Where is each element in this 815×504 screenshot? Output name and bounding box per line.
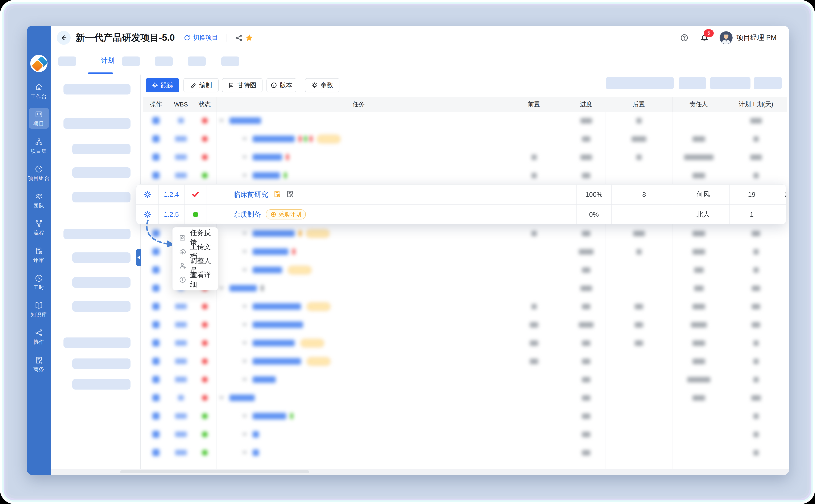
switch-project-button[interactable]: 切换项目 [184, 33, 218, 42]
tab-placeholder[interactable] [122, 56, 140, 66]
table-row-blurred[interactable] [143, 316, 787, 334]
table-row-blurred[interactable] [143, 389, 787, 407]
sidebar-item-portfolio[interactable]: 项目组合 [29, 163, 49, 183]
sidebar-item-program[interactable]: 项目集 [29, 135, 49, 156]
tab-placeholder[interactable] [221, 56, 239, 66]
column-header-wbs[interactable]: WBS [169, 97, 193, 112]
sidebar-item-label: 工时 [33, 284, 44, 291]
sidebar-item-process[interactable]: 流程 [29, 217, 49, 238]
tab-active-underline [88, 72, 113, 74]
share-button[interactable] [234, 33, 244, 43]
tree-item-placeholder[interactable] [72, 301, 130, 312]
person-doc-icon[interactable] [286, 190, 294, 199]
tree-item-placeholder[interactable] [72, 192, 130, 202]
table-row-blurred[interactable] [143, 444, 787, 462]
switch-project-label: 切换项目 [193, 33, 218, 42]
favorite-star-button[interactable] [244, 33, 254, 43]
sidebar-item-project[interactable]: 项目 [29, 108, 49, 129]
column-header-progress[interactable]: 进度 [567, 97, 605, 112]
gantt-button[interactable]: 甘特图 [222, 78, 263, 92]
tree-item-placeholder[interactable] [72, 252, 130, 263]
sidebar-item-timesheet[interactable]: 工时 [29, 272, 49, 293]
tree-item-placeholder[interactable] [72, 379, 130, 390]
tree-item-placeholder[interactable] [72, 144, 130, 154]
track-button[interactable]: 跟踪 [146, 78, 179, 92]
column-header-successor[interactable]: 后置 [605, 97, 673, 112]
toolbar-placeholder[interactable] [679, 77, 706, 89]
sidebar-item-label: 团队 [33, 202, 44, 209]
sidebar-item-knowledge[interactable]: 知识库 [29, 299, 49, 320]
tree-item-placeholder[interactable] [63, 337, 130, 348]
sidebar-item-business[interactable]: 商务 [29, 354, 49, 374]
gantt-icon [228, 82, 235, 89]
sidebar-item-review[interactable]: 评审 [29, 244, 49, 265]
table-row-blurred[interactable] [143, 166, 787, 185]
table-row-blurred[interactable] [143, 334, 787, 352]
review-doc-icon[interactable] [273, 190, 281, 199]
table-row-blurred[interactable] [143, 370, 787, 389]
badge-label: 采购计划 [279, 211, 301, 218]
table-row-blurred[interactable] [143, 148, 787, 166]
table-row-1-2-4[interactable]: 1.2.4 临床前研究 100% 8 何风 19 [136, 185, 786, 204]
sidebar-item-workbench[interactable]: 工作台 [29, 81, 49, 101]
row-settings-gear-icon[interactable] [136, 185, 158, 204]
table-row-blurred[interactable] [143, 224, 787, 243]
tree-item-placeholder[interactable] [63, 84, 130, 95]
wbs-link[interactable]: 1.2.4 [158, 185, 184, 204]
toolbar-placeholder[interactable] [754, 77, 782, 89]
table-row-blurred[interactable] [143, 243, 787, 261]
table-row-blurred[interactable] [143, 112, 787, 130]
table-row-blurred[interactable] [143, 297, 787, 316]
cloud-upload-icon [179, 248, 186, 255]
column-header-action[interactable]: 操作 [143, 97, 169, 112]
table-row-blurred[interactable] [143, 352, 787, 370]
notifications-button[interactable]: 5 [700, 33, 710, 43]
tab-plan[interactable]: 计划 [91, 56, 124, 65]
table-row-blurred[interactable] [143, 425, 787, 444]
info-circle-icon [271, 82, 277, 89]
back-button[interactable] [57, 31, 71, 45]
horizontal-scrollbar-track[interactable] [51, 469, 789, 475]
column-header-task[interactable]: 任务 [217, 97, 501, 112]
menu-item-view-detail[interactable]: 查看详细 [172, 273, 218, 287]
version-button[interactable]: 版本 [267, 78, 296, 92]
tree-item-placeholder[interactable] [63, 229, 130, 239]
app-logo[interactable] [30, 55, 47, 72]
column-header-owner[interactable]: 责任人 [673, 97, 725, 112]
avatar [720, 31, 733, 44]
column-header-duration[interactable]: 计划工期(天) [725, 97, 787, 112]
wbs-link[interactable]: 1.2.5 [158, 205, 184, 224]
app-window: 工作台 项目 项目集 项目组合 团队 流程 [27, 26, 789, 475]
tree-item-placeholder[interactable] [63, 118, 130, 129]
share-nodes-icon [235, 34, 243, 42]
table-row-blurred[interactable] [143, 407, 787, 425]
tree-item-placeholder[interactable] [72, 277, 130, 288]
compile-button[interactable]: 编制 [183, 78, 219, 92]
tab-placeholder[interactable] [188, 56, 206, 66]
table-row-blurred[interactable] [143, 279, 787, 297]
sidebar-item-team[interactable]: 团队 [29, 190, 49, 211]
tree-item-placeholder[interactable] [72, 167, 130, 178]
task-link[interactable]: 临床前研究 [234, 190, 268, 199]
toolbar-placeholder[interactable] [710, 77, 751, 89]
sidebar-item-label: 协作 [33, 339, 44, 345]
column-header-status[interactable]: 状态 [193, 97, 217, 112]
sidebar-item-collaboration[interactable]: 协作 [29, 326, 49, 347]
sidebar: 工作台 项目 项目集 项目组合 团队 流程 [27, 26, 51, 475]
table-row-blurred[interactable] [143, 261, 787, 279]
horizontal-scrollbar-thumb[interactable] [120, 470, 309, 473]
collapse-panel-handle[interactable] [136, 249, 141, 266]
user-menu[interactable]: 项目经理 PM [720, 31, 777, 44]
table-row-1-2-5[interactable]: 1.2.5 杂质制备 采购计划 0% 北人 1 [136, 205, 786, 224]
tab-placeholder[interactable] [58, 56, 76, 66]
toolbar-placeholder[interactable] [606, 77, 674, 89]
row-settings-gear-icon[interactable] [136, 205, 158, 224]
procurement-plan-badge[interactable]: 采购计划 [266, 209, 306, 219]
tree-item-placeholder[interactable] [72, 358, 130, 369]
column-header-predecessor[interactable]: 前置 [501, 97, 567, 112]
table-row-blurred[interactable] [143, 130, 787, 148]
task-link[interactable]: 杂质制备 [234, 210, 261, 219]
tab-placeholder[interactable] [155, 56, 173, 66]
params-button[interactable]: 参数 [305, 78, 339, 92]
help-button[interactable] [679, 33, 689, 43]
